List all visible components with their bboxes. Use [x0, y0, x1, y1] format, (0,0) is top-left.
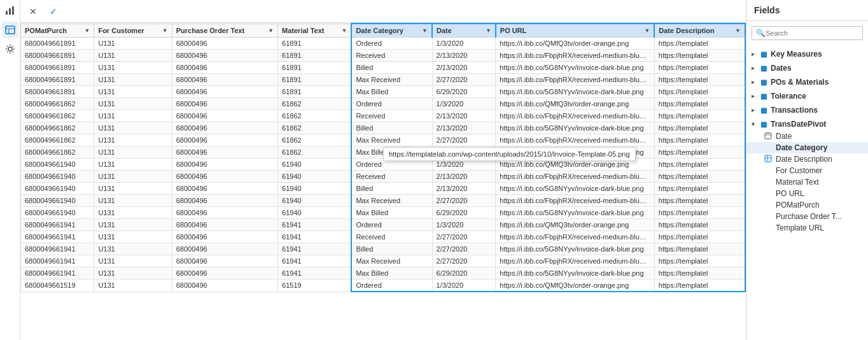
cell-forcustomer: U131	[94, 62, 172, 74]
cell-datecategory: Ordered	[351, 38, 432, 50]
cell-purchaseordertext: 68000496	[172, 231, 277, 243]
table-row[interactable]: 6800049661940U1316800049661940Received2/…	[21, 171, 746, 183]
field-group-header-0[interactable]: ▸▦Key Measures	[746, 48, 868, 60]
filter-btn-date[interactable]: ▼	[486, 27, 491, 34]
table-row[interactable]: 6800049661862U1316800049661862Ordered1/3…	[21, 98, 746, 110]
table-row[interactable]: 6800049661941U1316800049661941Max Billed…	[21, 267, 746, 280]
table-icon[interactable]	[2, 22, 18, 38]
cell-forcustomer: U131	[94, 110, 172, 122]
col-header-forcustomer[interactable]: For Customer▼	[94, 24, 172, 38]
field-group-header-2[interactable]: ▸▦POs & Materials	[746, 76, 868, 89]
left-sidebar	[0, 0, 20, 340]
cell-pomatpurch: 6800049661941	[21, 267, 94, 280]
cell-purchaseordertext: 68000496	[172, 62, 277, 74]
table-row[interactable]: 6800049661941U1316800049661941Received2/…	[21, 231, 746, 243]
field-item-pomatpurch[interactable]: POMatPurch	[746, 199, 868, 211]
filter-btn-purchaseordertext[interactable]: ▼	[268, 27, 274, 34]
col-header-datecategory[interactable]: Date Category▼	[351, 24, 432, 38]
group-label: TransDatePivot	[771, 120, 826, 129]
cell-pourl: https://i.ibb.co/5G8NYyv/invoice-dark-bl…	[496, 267, 655, 280]
data-table-wrapper[interactable]: POMatPurch▼For Customer▼Purchase Order T…	[20, 23, 746, 340]
cell-pomatpurch: 6800049661891	[21, 62, 94, 74]
table-row[interactable]: 6800049661519U1316800049661519Ordered1/3…	[21, 280, 746, 292]
cell-date: 2/27/2020	[432, 243, 496, 255]
field-item-date[interactable]: Date	[746, 131, 868, 142]
svg-point-6	[8, 47, 12, 51]
field-group-header-5[interactable]: ▾▦TransDatePivot	[746, 118, 868, 131]
chevron-icon: ▸	[752, 107, 758, 113]
cell-purchaseordertext: 68000496	[172, 267, 277, 280]
search-input[interactable]	[766, 29, 858, 37]
table-row[interactable]: 6800049661862U1316800049661862Received2/…	[21, 110, 746, 122]
cell-forcustomer: U131	[94, 280, 172, 292]
cell-materialtext: 61940	[278, 183, 352, 195]
cell-datecategory: Received	[351, 50, 432, 62]
table-row[interactable]: 6800049661941U1316800049661941Billed2/27…	[21, 243, 746, 255]
table-row[interactable]: 6800049661940U1316800049661940Max Receiv…	[21, 195, 746, 207]
field-item-material_text[interactable]: Material Text	[746, 176, 868, 188]
field-group-transactions: ▸▦Transactions	[746, 104, 868, 117]
filter-btn-pomatpurch[interactable]: ▼	[85, 27, 90, 34]
chevron-icon: ▸	[752, 51, 758, 57]
cell-materialtext: 61862	[278, 134, 352, 146]
col-header-purchaseordertext[interactable]: Purchase Order Text▼	[172, 24, 277, 38]
table-row[interactable]: 6800049661940U1316800049661940Ordered1/3…	[21, 159, 746, 171]
cell-purchaseordertext: 68000496	[172, 195, 277, 207]
cell-datedescription: https://templatel	[654, 38, 745, 50]
field-item-template_url[interactable]: Template URL	[746, 222, 868, 234]
cell-forcustomer: U131	[94, 207, 172, 219]
filter-btn-datedescription[interactable]: ▼	[735, 27, 741, 34]
col-header-pourl[interactable]: PO URL▼	[496, 24, 655, 38]
table-row[interactable]: 6800049661941U1316800049661941Ordered1/3…	[21, 219, 746, 231]
table-row[interactable]: 6800049661941U1316800049661941Max Receiv…	[21, 255, 746, 267]
table-row[interactable]: 6800049661891U1316800049661891Received2/…	[21, 50, 746, 62]
field-item-date_category[interactable]: Date Category	[746, 142, 868, 153]
table-row[interactable]: 6800049661891U1316800049661891Max Receiv…	[21, 74, 746, 86]
field-item-po_url[interactable]: PO URL	[746, 188, 868, 199]
cell-materialtext: 61940	[278, 195, 352, 207]
table-row[interactable]: 6800049661862U1316800049661862Max Billed…	[21, 146, 746, 159]
cell-pomatpurch: 6800049661519	[21, 280, 94, 292]
filter-btn-datecategory[interactable]: ▼	[422, 27, 428, 34]
format-icon[interactable]	[2, 41, 18, 57]
group-table-icon: ▦	[760, 92, 767, 101]
col-header-date[interactable]: Date▼	[432, 24, 496, 38]
filter-btn-pourl[interactable]: ▼	[644, 27, 650, 34]
table-row[interactable]: 6800049661891U1316800049661891Ordered1/3…	[21, 38, 746, 50]
group-label: Dates	[771, 64, 792, 73]
filter-btn-forcustomer[interactable]: ▼	[162, 27, 168, 34]
field-item-for_customer[interactable]: For Customer	[746, 165, 868, 176]
table-row[interactable]: 6800049661891U1316800049661891Billed2/13…	[21, 62, 746, 74]
table-row[interactable]: 6800049661891U1316800049661891Max Billed…	[21, 86, 746, 98]
cell-pourl: https://i.ibb.co/5G8NYyv/invoice-dark-bl…	[496, 62, 655, 74]
cell-datedescription: https://templatel	[654, 183, 745, 195]
check-button[interactable]: ✓	[46, 4, 61, 19]
field-group-pos-&-materials: ▸▦POs & Materials	[746, 76, 868, 89]
field-group-header-3[interactable]: ▸▦Tolerance	[746, 90, 868, 103]
col-header-pomatpurch[interactable]: POMatPurch▼	[21, 24, 94, 38]
col-header-datedescription[interactable]: Date Description▼	[654, 24, 745, 38]
table-row[interactable]: 6800049661862U1316800049661862Billed2/13…	[21, 122, 746, 134]
cell-forcustomer: U131	[94, 231, 172, 243]
col-header-materialtext[interactable]: Material Text▼	[278, 24, 352, 38]
group-table-icon: ▦	[760, 106, 767, 115]
cell-materialtext: 61891	[278, 62, 352, 74]
close-button[interactable]: ✕	[25, 4, 41, 19]
field-item-date_description[interactable]: Date Description	[746, 153, 868, 165]
cell-materialtext: 61862	[278, 146, 352, 159]
field-group-header-4[interactable]: ▸▦Transactions	[746, 104, 868, 117]
field-item-purchase_order_t...[interactable]: Purchase Order T...	[746, 211, 868, 222]
search-box[interactable]: 🔍	[752, 26, 863, 40]
cell-date: 2/13/2020	[432, 183, 496, 195]
cell-purchaseordertext: 68000496	[172, 219, 277, 231]
table-row[interactable]: 6800049661862U1316800049661862Max Receiv…	[21, 134, 746, 146]
field-group-header-1[interactable]: ▸▦Dates	[746, 62, 868, 74]
filter-btn-materialtext[interactable]: ▼	[341, 27, 347, 34]
cell-pomatpurch: 6800049661940	[21, 171, 94, 183]
chart-icon[interactable]	[2, 3, 18, 19]
cell-pourl: https://i.ibb.co/FbpjhRX/received-medium…	[496, 50, 655, 62]
table-row[interactable]: 6800049661940U1316800049661940Max Billed…	[21, 207, 746, 219]
col-label-datecategory: Date Category	[356, 27, 403, 34]
cell-forcustomer: U131	[94, 171, 172, 183]
table-row[interactable]: 6800049661940U1316800049661940Billed2/13…	[21, 183, 746, 195]
